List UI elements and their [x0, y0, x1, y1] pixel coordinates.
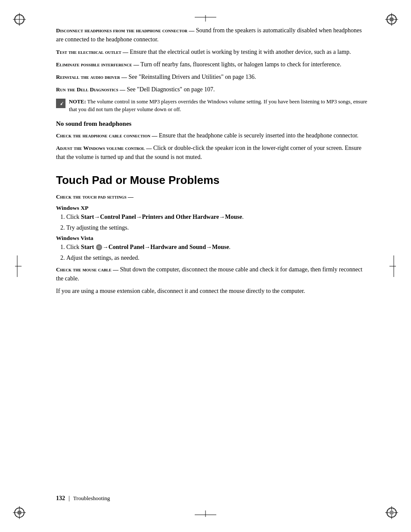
run-diagnostics-label: Run the Dell Diagnostics — [56, 86, 125, 93]
footer-separator: | [68, 495, 70, 502]
eliminate-interference-para: Eliminate possible interference — Turn o… [56, 60, 368, 69]
windows-vista-step-1-text: Click Start →Control Panel→Hardware and … [66, 244, 230, 250]
content-area: Disconnect headphones from the headphone… [56, 26, 368, 296]
test-electrical-para: Test the electrical outlet — Ensure that… [56, 47, 368, 56]
corner-mark-br [372, 493, 398, 519]
windows-xp-step-1-text: Click Start→Control Panel→Printers and O… [66, 214, 243, 220]
footer: 132 | Troubleshooting [56, 495, 368, 502]
note-label: NOTE: [69, 99, 86, 105]
windows-xp-step-1: Click Start→Control Panel→Printers and O… [66, 212, 368, 221]
no-sound-heading: No sound from headphones [56, 120, 368, 128]
disconnect-headphones-para: Disconnect headphones from the headphone… [56, 26, 368, 44]
windows-logo-icon [96, 244, 102, 250]
reinstall-audio-para: Reinstall the audio driver — See "Reinst… [56, 72, 368, 81]
corner-mark-tr [372, 13, 398, 39]
extension-cable-note: If you are using a mouse extension cable… [56, 286, 368, 296]
check-headphone-cable-text: Ensure that the headphone cable is secur… [159, 132, 358, 139]
bottom-center-mark [195, 510, 216, 519]
corner-mark-tl [13, 13, 39, 39]
reinstall-audio-label: Reinstall the audio driver — [56, 74, 127, 80]
check-mouse-cable-label: Check the mouse cable — [56, 266, 118, 273]
windows-xp-label: Windows XP [56, 205, 368, 212]
windows-xp-step-2-text: Try adjusting the settings. [66, 224, 129, 231]
eliminate-interference-label: Eliminate possible interference — [56, 61, 139, 68]
note-text: NOTE: The volume control in some MP3 pla… [69, 98, 368, 113]
svg-point-12 [17, 510, 22, 515]
eliminate-interference-text: Turn off nearby fans, fluorescent lights… [140, 61, 341, 68]
windows-vista-step-2-text: Adjust the settings, as needed. [66, 255, 140, 261]
disconnect-headphones-label: Disconnect headphones from the headphone… [56, 27, 194, 34]
left-mid-mark [13, 255, 22, 277]
windows-vista-step-1: Click Start →Control Panel→Hardware and … [66, 243, 368, 252]
windows-vista-label: Windows Vista [56, 235, 368, 242]
check-mouse-cable-para: Check the mouse cable — Shut down the co… [56, 265, 368, 283]
run-diagnostics-text: See "Dell Diagnostics" on page 107. [127, 86, 215, 93]
note-icon: 𝒾 [56, 99, 65, 108]
windows-vista-steps: Click Start →Control Panel→Hardware and … [66, 243, 368, 262]
adjust-volume-para: Adjust the Windows volume control — Clic… [56, 143, 368, 162]
main-heading: Touch Pad or Mouse Problems [56, 174, 368, 187]
run-diagnostics-para: Run the Dell Diagnostics — See "Dell Dia… [56, 85, 368, 94]
right-mid-mark [389, 255, 398, 277]
check-headphone-cable-para: Check the headphone cable connection — E… [56, 131, 368, 140]
page: Disconnect headphones from the headphone… [0, 0, 411, 532]
windows-xp-steps: Click Start→Control Panel→Printers and O… [66, 212, 368, 232]
test-electrical-text: Ensure that the electrical outlet is wor… [130, 49, 351, 55]
adjust-volume-label: Adjust the Windows volume control — [56, 145, 152, 151]
windows-xp-step-2: Try adjusting the settings. [66, 223, 368, 232]
svg-point-17 [389, 510, 394, 515]
top-center-mark [195, 13, 216, 22]
check-headphone-cable-label: Check the headphone cable connection — [56, 132, 157, 139]
corner-mark-bl [13, 493, 39, 519]
check-touchpad-label: Check the touch pad settings — [56, 193, 134, 200]
note-body: The volume control in some MP3 players o… [69, 99, 367, 112]
check-touchpad-label-para: Check the touch pad settings — [56, 192, 368, 201]
reinstall-audio-text: See "Reinstalling Drivers and Utilities"… [128, 74, 256, 80]
test-electrical-label: Test the electrical outlet — [56, 49, 128, 55]
note-box: 𝒾 NOTE: The volume control in some MP3 p… [56, 98, 368, 113]
footer-label: Troubleshooting [73, 495, 110, 502]
page-number: 132 [56, 495, 65, 502]
windows-vista-step-2: Adjust the settings, as needed. [66, 253, 368, 262]
svg-point-8 [389, 17, 394, 22]
